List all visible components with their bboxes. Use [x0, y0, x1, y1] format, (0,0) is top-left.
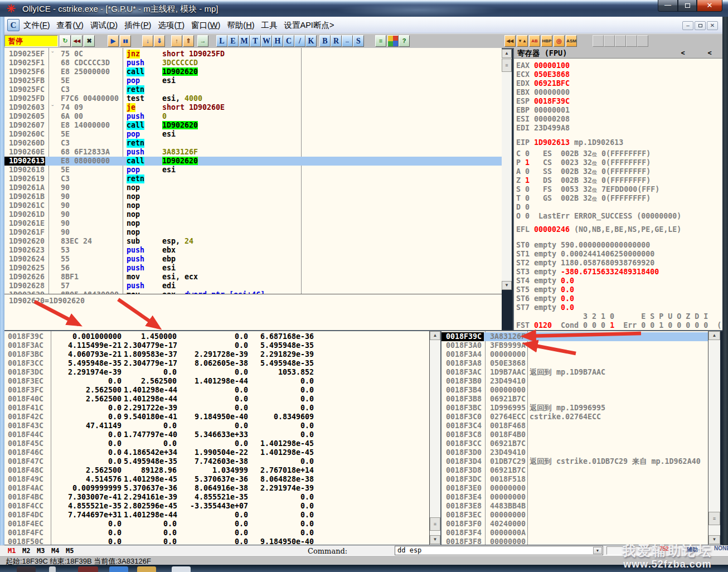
register-line[interactable]: ST7 empty 0.0: [516, 303, 574, 312]
empty-slot-3[interactable]: [615, 35, 626, 47]
dump-row[interactable]: 0018F44C0.01.747797e-405.346633e+330.0: [4, 430, 429, 439]
dump-row[interactable]: 0018F46C0.04.186542e+341.990504e-221.401…: [4, 448, 429, 457]
disasm-scrollbar-thumb[interactable]: ≡: [502, 59, 512, 72]
empty-slot-2[interactable]: [604, 35, 615, 47]
dump-row[interactable]: 0018F3DC2.291974e-390.00.01053.852: [4, 368, 429, 377]
dump-row[interactable]: 0018F3FC2.5625001.401298e-440.00.0: [4, 386, 429, 395]
taskbar-app-5[interactable]: [137, 566, 156, 572]
register-line[interactable]: ECX 050E3868: [516, 70, 570, 79]
memory-tab-m5[interactable]: M5: [66, 547, 74, 555]
windows-window-icon[interactable]: W: [261, 35, 272, 47]
taskbar-app-4[interactable]: [109, 566, 128, 572]
appearance-icon[interactable]: [387, 35, 399, 47]
dump-scroll-down-icon[interactable]: ▼: [430, 535, 440, 544]
pause-icon[interactable]: ▮▮: [120, 35, 131, 47]
dump-row[interactable]: 0018F4FC0.00.00.00.0: [4, 529, 429, 537]
register-line[interactable]: EBP 00000001: [516, 106, 570, 115]
collapse-right-icon[interactable]: <: [702, 49, 717, 57]
dump-row[interactable]: 0018F49C4.5145761.401298e-455.370637e-36…: [4, 475, 429, 484]
dump-row[interactable]: 0018F4BC7.303007e-412.294161e-394.855521…: [4, 493, 429, 502]
close-button[interactable]: ✕: [697, 0, 722, 12]
maximize-button[interactable]: [678, 0, 697, 12]
disasm-row[interactable]: 1D9025F6E8 25000000call1D902620: [4, 67, 502, 76]
options-list-icon[interactable]: ≡: [375, 35, 386, 47]
empty-slot-1[interactable]: [593, 35, 604, 47]
dump-scroll-up-icon[interactable]: ▲: [430, 331, 440, 340]
executables-window-icon[interactable]: E: [227, 35, 239, 47]
empty-slot-5[interactable]: [637, 35, 648, 47]
stack-scrollbar[interactable]: ▲ ≡ ▼: [708, 331, 720, 545]
disasm-row[interactable]: 1D90261A90nop: [4, 183, 502, 192]
stack-row[interactable]: 0018F3B400000000: [441, 386, 708, 395]
disasm-scrollbar[interactable]: ▲ ≡ ▼: [502, 49, 512, 290]
command-input[interactable]: dd esp: [397, 546, 421, 555]
scroll-up-icon[interactable]: ▲: [502, 49, 512, 58]
disasm-row[interactable]: 1D9025FCC3retn: [4, 85, 502, 94]
stack-row[interactable]: 0018F3F40000000A: [441, 529, 708, 537]
ab-icon[interactable]: AB: [529, 35, 540, 47]
trace-over-icon[interactable]: ⇑: [183, 35, 194, 47]
step-back-icon[interactable]: ◀◀: [71, 35, 82, 47]
memory-tab-m3[interactable]: M3: [37, 547, 45, 555]
stack-row[interactable]: 0018F3C80018F4B0: [441, 430, 708, 439]
stack-row[interactable]: 0018F3D806921B7C: [441, 466, 708, 475]
register-line[interactable]: ESI 00000208: [516, 115, 570, 124]
log-window-icon[interactable]: L: [216, 35, 227, 47]
minimize-button[interactable]: —: [658, 0, 678, 12]
disasm-row[interactable]: 1D90262083EC 24subesp, 24: [4, 237, 502, 246]
register-line[interactable]: C 0 ES 002B 32位 0(FFFFFFFF): [516, 149, 651, 158]
register-line[interactable]: FST 0120 Cond 0 0 0 1 Err 0 0 1 0 0 0 0 …: [516, 321, 721, 330]
stack-row[interactable]: 0018F3D401DB7C29返回到 cstrike.01DB7C29 来自 …: [441, 457, 708, 466]
stack-row[interactable]: 0018F3CC06921B7C: [441, 439, 708, 448]
disasm-row[interactable]: 1D902607E8 14000000call1D902620: [4, 121, 502, 130]
taskbar-app-2[interactable]: [49, 566, 56, 572]
register-line[interactable]: ST4 empty 0.0: [516, 277, 574, 285]
empty-slot-4[interactable]: [626, 35, 637, 47]
stack-row[interactable]: 0018F3B023D49410: [441, 377, 708, 386]
memory-tab-m4[interactable]: M4: [51, 547, 59, 555]
help-icon[interactable]: ?: [399, 35, 410, 47]
step-over-icon[interactable]: ⇓: [154, 35, 165, 47]
hbp-icon[interactable]: HBP: [541, 35, 552, 47]
disasm-row[interactable]: 1D9026268BF1movesi, ecx: [4, 273, 502, 282]
stack-row[interactable]: 0018F3E84483BB4B: [441, 502, 708, 511]
stack-row[interactable]: 0018F3A400000000: [441, 350, 708, 359]
disasm-row[interactable]: 1D902619C3retn: [4, 174, 502, 183]
mdi-child-icon[interactable]: C: [7, 19, 20, 31]
register-line[interactable]: EIP 1D902613 mp.1D902613: [516, 138, 623, 147]
mdi-restore-button[interactable]: [695, 21, 706, 30]
target-icon[interactable]: ◎: [554, 35, 565, 47]
stack-row[interactable]: 0018F3E400000000: [441, 493, 708, 502]
disasm-row[interactable]: 1D90262455pushebp: [4, 255, 502, 264]
stack-row[interactable]: 0018F3D023D49410: [441, 448, 708, 457]
register-line[interactable]: ST2 empty 1180.0587680938769920: [516, 259, 654, 268]
dump-row[interactable]: 0018F39C0.0010000001.4500000.06.687168e-…: [4, 332, 429, 341]
dump-row[interactable]: 0018F48C2.56250089128.961.0349992.767018…: [4, 466, 429, 475]
menu-item-8[interactable]: 设置API断点>: [281, 19, 338, 31]
disasm-row[interactable]: 1D90261B90nop: [4, 192, 502, 201]
stack-row[interactable]: 0018F3A03FB9999A: [441, 341, 708, 350]
dump-row[interactable]: 0018F3BC4.060793e-211.809583e-372.291728…: [4, 350, 429, 359]
stack-row[interactable]: 0018F3B806921B7C: [441, 395, 708, 404]
dump-row[interactable]: 0018F4CC4.855521e-352.802596e-45-3.35544…: [4, 502, 429, 511]
stack-scrollbar-thumb[interactable]: ≡: [708, 512, 720, 525]
cpu-window-icon[interactable]: C: [283, 35, 294, 47]
dump-row[interactable]: 0018F40C2.5625001.401298e-440.00.0: [4, 395, 429, 404]
disasm-row[interactable]: 1D90261C90nop: [4, 201, 502, 210]
run-icon[interactable]: ▶: [108, 35, 119, 47]
mdi-minimize-button[interactable]: –: [682, 21, 693, 30]
stack-row[interactable]: 0018F3C002764ECCcstrike.02764ECC: [441, 413, 708, 421]
source-window-icon[interactable]: S: [353, 35, 364, 47]
disasm-row[interactable]: 1D90262857pushedi: [4, 282, 502, 290]
handles-window-icon[interactable]: H: [272, 35, 283, 47]
disasm-row[interactable]: 1D902603ˇ74 09jeshort 1D90260E: [4, 103, 502, 112]
dump-scrollbar[interactable]: ▲ ≡ ▼: [429, 331, 440, 545]
memory-tab-m2[interactable]: M2: [22, 547, 30, 555]
disasm-row[interactable]: 1D90261E90nop: [4, 219, 502, 228]
dump-row[interactable]: 0018F3CC5.495948e-352.304779e-178.062605…: [4, 359, 429, 368]
trace-into-icon[interactable]: ↑: [171, 35, 182, 47]
taskbar-app-6[interactable]: [172, 566, 191, 572]
dump-row[interactable]: 0018F41C0.02.291722e-390.00.0: [4, 404, 429, 413]
disasm-row[interactable]: 1D9025FB5Epopesi: [4, 76, 502, 85]
disasm-row[interactable]: 1D902613E8 08000000call1D902620: [4, 157, 502, 166]
